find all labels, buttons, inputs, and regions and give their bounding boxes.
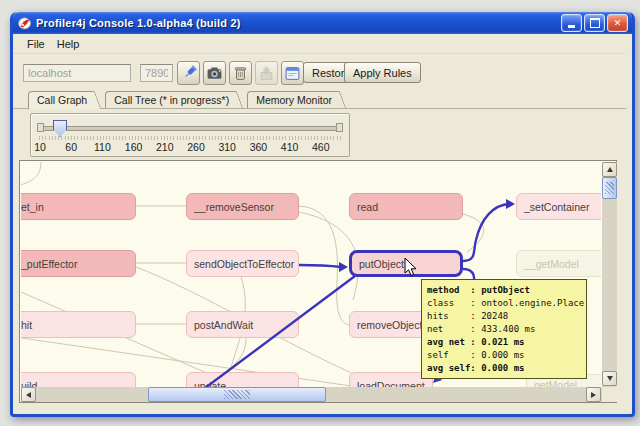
method-tooltip: method: putObjectclass: ontool.engine.Pl… bbox=[421, 279, 587, 379]
reset-icon bbox=[232, 65, 249, 82]
tab-memory-monitor[interactable]: Memory Monitor bbox=[247, 91, 336, 108]
menu-bar: FileHelp bbox=[13, 34, 626, 54]
export-icon bbox=[258, 65, 275, 82]
mouse-cursor-icon bbox=[404, 258, 417, 278]
call-graph-canvas[interactable]: et_in__removeSensorread_setContainer_put… bbox=[21, 162, 601, 387]
thumb-grip bbox=[605, 182, 614, 194]
slider-cap-right bbox=[336, 123, 343, 132]
snapshot-button[interactable] bbox=[203, 61, 226, 85]
slider-tick-label: 10 bbox=[34, 141, 46, 153]
slider-ticks bbox=[39, 136, 341, 140]
connect-icon bbox=[180, 65, 197, 82]
tab-call-tree-in-progress[interactable]: Call Tree (* in progress*) bbox=[105, 91, 233, 108]
toolbar: Restore Apply Rules bbox=[13, 55, 626, 91]
slider-tick-label: 210 bbox=[156, 141, 174, 153]
scroll-right-button[interactable] bbox=[586, 387, 601, 402]
vertical-scroll-thumb[interactable] bbox=[602, 177, 617, 199]
host-input[interactable] bbox=[23, 64, 131, 82]
title-bar[interactable]: Profiler4j Console 1.0-alpha4 (build 2) … bbox=[13, 12, 632, 34]
maximize-button[interactable] bbox=[584, 14, 605, 32]
slider-tick-label: 110 bbox=[94, 141, 111, 153]
tooltip-label: class bbox=[427, 297, 470, 310]
arrow-down-icon bbox=[607, 376, 613, 381]
window-title: Profiler4j Console 1.0-alpha4 (build 2) bbox=[32, 17, 559, 29]
connect-button[interactable] bbox=[177, 61, 200, 85]
tooltip-row-self: self: 0.000 ms bbox=[427, 349, 581, 362]
minimize-icon bbox=[568, 25, 575, 28]
thumb-grip bbox=[224, 390, 250, 399]
slider-tick-label: 310 bbox=[218, 141, 236, 153]
menu-item-file[interactable]: File bbox=[21, 36, 51, 52]
slider-tick-label: 160 bbox=[125, 141, 143, 153]
tab-call-graph[interactable]: Call Graph bbox=[28, 91, 91, 109]
tab-bar: Call GraphCall Tree (* in progress*)Memo… bbox=[13, 91, 626, 109]
reset-button[interactable] bbox=[229, 61, 252, 85]
tooltip-label: avg net bbox=[427, 336, 470, 349]
call-graph-panel: et_in__removeSensorread_setContainer_put… bbox=[19, 160, 617, 403]
tooltip-row-avg-self: avg self: 0.000 ms bbox=[427, 362, 581, 375]
minimize-button[interactable] bbox=[561, 14, 582, 32]
snapshot-icon bbox=[206, 65, 223, 82]
app-window: Profiler4j Console 1.0-alpha4 (build 2) … bbox=[10, 12, 635, 417]
tab-label: Memory Monitor bbox=[256, 94, 332, 106]
app-icon bbox=[18, 16, 32, 30]
arrow-up-icon bbox=[607, 167, 613, 172]
slider-tick-label: 60 bbox=[65, 141, 77, 153]
slider-tick-label: 360 bbox=[250, 141, 268, 153]
tooltip-label: self bbox=[427, 349, 470, 362]
scroll-down-button[interactable] bbox=[602, 371, 617, 386]
scroll-left-button[interactable] bbox=[21, 387, 36, 402]
tooltip-label: hits bbox=[427, 310, 470, 323]
horizontal-scroll-thumb[interactable] bbox=[148, 387, 326, 402]
tooltip-row-avg-net: avg net: 0.021 ms bbox=[427, 336, 581, 349]
slider-tick-label: 460 bbox=[312, 141, 330, 153]
tooltip-row-method: method: putObject bbox=[427, 284, 581, 297]
arrow-left-icon bbox=[26, 392, 31, 398]
maximize-icon bbox=[590, 18, 600, 28]
window-client-area: FileHelp Restore Apply Rules Call GraphC… bbox=[13, 34, 626, 411]
slider-tick-label: 410 bbox=[281, 141, 299, 153]
console-button[interactable] bbox=[281, 61, 304, 85]
console-icon bbox=[284, 65, 301, 82]
desktop: Profiler4j Console 1.0-alpha4 (build 2) … bbox=[0, 0, 640, 426]
tab-label: Call Tree (* in progress*) bbox=[114, 94, 229, 106]
tooltip-label: avg self bbox=[427, 362, 470, 375]
tooltip-label: net bbox=[427, 323, 470, 336]
slider-thumb[interactable] bbox=[53, 120, 67, 137]
close-button[interactable]: ✕ bbox=[607, 14, 628, 32]
slider-track[interactable] bbox=[39, 126, 341, 131]
time-slider-panel: 1060110160210260310360410460 bbox=[30, 113, 350, 157]
tab-label: Call Graph bbox=[37, 94, 87, 106]
port-input[interactable] bbox=[140, 64, 173, 82]
arrow-right-icon bbox=[591, 392, 596, 398]
scroll-up-button[interactable] bbox=[602, 162, 617, 177]
export-button bbox=[255, 61, 278, 85]
tooltip-label: method bbox=[427, 284, 470, 297]
scrollbar-corner bbox=[602, 387, 617, 402]
slider-tick-label: 260 bbox=[187, 141, 205, 153]
apply-rules-button[interactable]: Apply Rules bbox=[344, 62, 421, 83]
tooltip-row-class: class: ontool.engine.Place bbox=[427, 297, 581, 310]
close-icon: ✕ bbox=[614, 19, 622, 28]
tooltip-row-hits: hits: 20248 bbox=[427, 310, 581, 323]
slider-cap-left bbox=[37, 123, 44, 132]
tooltip-row-net: net: 433.400 ms bbox=[427, 323, 581, 336]
menu-item-help[interactable]: Help bbox=[51, 36, 86, 52]
